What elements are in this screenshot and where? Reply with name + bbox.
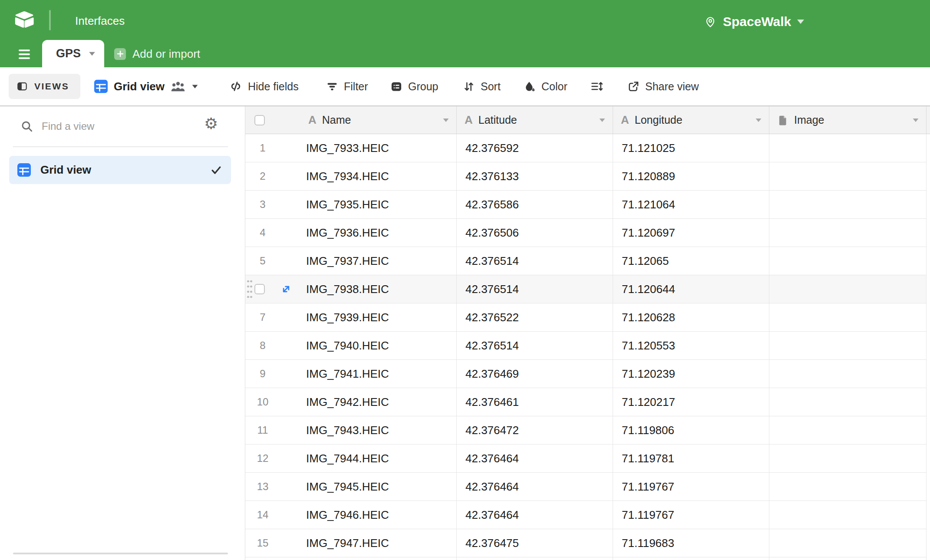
chevron-down-icon[interactable] — [89, 52, 95, 56]
cell-name[interactable]: 15IMG_7947.HEIC — [245, 529, 457, 557]
group-button[interactable]: Group — [390, 80, 438, 93]
cell-latitude[interactable]: 42.376469 — [457, 360, 613, 388]
cell-image[interactable] — [769, 445, 927, 473]
cell-latitude[interactable]: 42.376464 — [457, 445, 613, 473]
cell-longitude[interactable]: 71.120889 — [613, 162, 769, 191]
cell-longitude[interactable]: 71.120553 — [613, 332, 769, 360]
column-header-image[interactable]: Image — [769, 106, 927, 134]
interfaces-nav-link[interactable]: Interfaces — [75, 14, 125, 28]
chevron-down-icon[interactable] — [756, 119, 762, 122]
cell-latitude[interactable]: 42.376464 — [457, 501, 613, 529]
row-checkbox[interactable] — [254, 284, 265, 294]
cell-longitude[interactable]: 71.12065 — [613, 247, 769, 275]
base-name: SpaceWalk — [723, 14, 791, 29]
cell-text: IMG_7943.HEIC — [306, 424, 389, 437]
cell-name[interactable]: 7IMG_7939.HEIC — [245, 303, 457, 332]
cell-longitude[interactable]: 71.119683 — [613, 529, 769, 557]
cell-latitude[interactable]: 42.376592 — [457, 134, 613, 162]
chevron-down-icon[interactable] — [600, 119, 605, 122]
column-header-latitude[interactable]: ALatitude — [457, 106, 613, 134]
cell-image[interactable] — [769, 501, 927, 529]
cell-name[interactable]: 8IMG_7940.HEIC — [245, 332, 457, 360]
cell-name[interactable]: 5IMG_7937.HEIC — [245, 247, 457, 275]
current-view-menu[interactable]: Grid view — [94, 80, 198, 93]
cell-latitude[interactable]: 42.376133 — [457, 162, 613, 191]
cell-name[interactable]: IMG_7938.HEIC — [245, 275, 457, 303]
select-all-checkbox[interactable] — [254, 115, 265, 125]
cell-longitude[interactable]: 71.121064 — [613, 191, 769, 219]
cell-longitude[interactable]: 71.120644 — [613, 275, 769, 303]
drag-handle[interactable] — [247, 279, 252, 300]
cell-name[interactable]: 1IMG_7933.HEIC — [245, 134, 457, 162]
hamburger-menu-icon[interactable] — [19, 49, 30, 59]
chevron-down-icon[interactable] — [913, 119, 919, 122]
cell-longitude[interactable]: 71.119806 — [613, 416, 769, 445]
table-row: 12IMG_7944.HEIC42.37646471.119781 — [245, 445, 930, 473]
cell-image[interactable] — [769, 303, 927, 332]
row-number: 8 — [245, 339, 280, 352]
sidebar-view-item-grid-view[interactable]: Grid view — [9, 156, 231, 184]
text-field-icon: A — [308, 113, 317, 127]
add-or-import-button[interactable]: Add or import — [114, 47, 200, 61]
cell-image[interactable] — [769, 388, 927, 416]
find-view-input[interactable] — [42, 117, 185, 136]
cell-latitude[interactable]: 42.376472 — [457, 416, 613, 445]
cell-latitude[interactable]: 42.376506 — [457, 219, 613, 247]
filter-button[interactable]: Filter — [326, 80, 368, 93]
cell-name[interactable]: 4IMG_7936.HEIC — [245, 219, 457, 247]
cell-name[interactable]: 14IMG_7946.HEIC — [245, 501, 457, 529]
cell-latitude[interactable]: 42.376464 — [457, 473, 613, 501]
cell-image[interactable] — [769, 191, 927, 219]
hide-fields-button[interactable]: Hide fields — [229, 80, 299, 93]
gear-icon[interactable]: ⚙ — [204, 116, 218, 132]
cell-longitude[interactable]: 71.120239 — [613, 360, 769, 388]
cell-image[interactable] — [769, 529, 927, 557]
cell-image[interactable] — [769, 219, 927, 247]
cell-longitude[interactable]: 71.119767 — [613, 473, 769, 501]
cell-name[interactable]: 2IMG_7934.HEIC — [245, 162, 457, 191]
hide-fields-icon — [229, 80, 242, 93]
cell-latitude[interactable]: 42.376522 — [457, 303, 613, 332]
cell-latitude[interactable]: 42.376475 — [457, 529, 613, 557]
cell-name[interactable]: 12IMG_7944.HEIC — [245, 445, 457, 473]
cell-image[interactable] — [769, 134, 927, 162]
cell-latitude[interactable]: 42.376514 — [457, 247, 613, 275]
cell-image[interactable] — [769, 360, 927, 388]
color-button[interactable]: Color — [524, 80, 567, 93]
cell-longitude[interactable]: 71.120697 — [613, 219, 769, 247]
cell-image[interactable] — [769, 473, 927, 501]
expand-record-icon[interactable] — [280, 283, 292, 295]
cell-name[interactable]: 9IMG_7941.HEIC — [245, 360, 457, 388]
cell-name[interactable]: 11IMG_7943.HEIC — [245, 416, 457, 445]
cell-name[interactable]: 13IMG_7945.HEIC — [245, 473, 457, 501]
cell-image[interactable] — [769, 332, 927, 360]
cell-name[interactable]: 3IMG_7935.HEIC — [245, 191, 457, 219]
cell-longitude[interactable]: 71.121025 — [613, 134, 769, 162]
cell-latitude[interactable]: 42.376514 — [457, 275, 613, 303]
cell-longitude[interactable]: 71.120217 — [613, 388, 769, 416]
cell-longitude[interactable]: 71.120628 — [613, 303, 769, 332]
cell-latitude[interactable]: 42.376514 — [457, 332, 613, 360]
cell-longitude[interactable]: 71.119781 — [613, 445, 769, 473]
cell-latitude[interactable]: 42.376461 — [457, 388, 613, 416]
cell-longitude[interactable]: 71.119767 — [613, 501, 769, 529]
base-switcher[interactable]: SpaceWalk — [704, 10, 804, 33]
cell-image[interactable] — [769, 247, 927, 275]
check-icon — [210, 164, 222, 176]
cell-image[interactable] — [769, 162, 927, 191]
cell-image[interactable] — [769, 416, 927, 445]
cell-latitude[interactable]: 42.376586 — [457, 191, 613, 219]
row-height-button[interactable] — [590, 80, 604, 92]
column-header-longitude[interactable]: ALongitude — [613, 106, 769, 134]
text-field-icon: A — [465, 113, 473, 127]
airtable-logo-icon[interactable] — [14, 10, 34, 29]
views-sidebar-toggle-button[interactable]: VIEWS — [9, 74, 80, 99]
share-view-button[interactable]: Share view — [627, 80, 699, 93]
table-tab-gps[interactable]: GPS — [42, 40, 104, 67]
cell-name[interactable]: 10IMG_7942.HEIC — [245, 388, 457, 416]
chevron-down-icon[interactable] — [443, 119, 449, 122]
sort-button[interactable]: Sort — [463, 80, 501, 93]
column-header-name[interactable]: AName — [245, 106, 457, 134]
sidebar-bottom-divider[interactable] — [13, 553, 228, 554]
cell-image[interactable] — [769, 275, 927, 303]
